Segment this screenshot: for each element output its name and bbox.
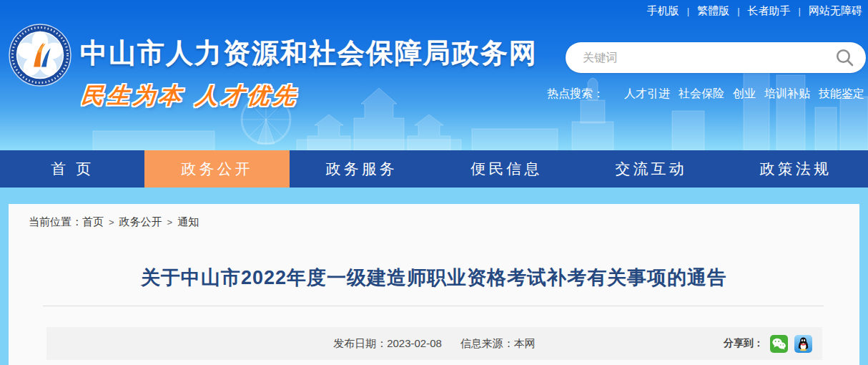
share-label: 分享到：	[724, 337, 764, 350]
hot-search-term[interactable]: 培训补贴	[764, 87, 810, 102]
breadcrumb-separator: >	[109, 217, 114, 228]
search-icon	[835, 48, 854, 67]
search-input[interactable]	[583, 52, 835, 64]
source-label: 信息来源：	[460, 337, 514, 349]
nav-item-interaction[interactable]: 交流互动	[578, 150, 723, 188]
hot-search-label: 热点搜索：	[547, 87, 604, 102]
breadcrumb: 当前位置：首页>政务公开>通知	[9, 204, 859, 229]
nav-item-home[interactable]: 首 页	[0, 150, 144, 188]
qq-icon[interactable]	[794, 335, 812, 353]
article-meta: 发布日期：2023-02-08信息来源：本网	[46, 337, 822, 351]
page-title: 关于中山市2022年度一级建造师职业资格考试补考有关事项的通告	[30, 265, 838, 291]
article-meta-bar: 发布日期：2023-02-08信息来源：本网 分享到：	[46, 327, 822, 360]
link-separator: |	[799, 6, 801, 16]
top-link-traditional[interactable]: 繁體版	[697, 4, 729, 18]
hot-search-term[interactable]: 技能鉴定	[819, 87, 864, 102]
hot-search-term[interactable]: 人才引进	[624, 87, 670, 102]
nav-item-gov-disclosure[interactable]: 政务公开	[144, 150, 289, 188]
top-link-mobile[interactable]: 手机版	[647, 4, 679, 18]
site-slogan: 民生为本 人才优先	[80, 81, 300, 111]
nav-item-gov-services[interactable]: 政务服务	[290, 150, 434, 188]
publish-date-value: 2023-02-08	[387, 337, 442, 349]
nav-item-public-info[interactable]: 便民信息	[434, 150, 578, 188]
breadcrumb-label: 当前位置：	[29, 215, 82, 228]
wechat-icon[interactable]	[770, 335, 788, 353]
breadcrumb-current: 通知	[177, 215, 199, 228]
hot-search-term[interactable]: 创业	[733, 87, 756, 102]
breadcrumb-gov-disclosure[interactable]: 政务公开	[119, 215, 162, 228]
share-block: 分享到：	[724, 335, 822, 353]
breadcrumb-home[interactable]: 首页	[82, 215, 104, 228]
link-separator: |	[737, 6, 739, 16]
hot-search-row: 热点搜索： 人才引进 社会保险 创业 培训补贴 技能鉴定	[566, 87, 866, 102]
top-utility-links: 手机版 | 繁體版 | 长者助手 | 网站无障碍	[647, 4, 862, 18]
top-link-elder-helper[interactable]: 长者助手	[748, 4, 791, 18]
page: 手机版 | 繁體版 | 长者助手 | 网站无障碍	[0, 0, 868, 365]
main-nav: 首 页 政务公开 政务服务 便民信息 交流互动 政策法规	[0, 150, 868, 188]
site-header: 手机版 | 繁體版 | 长者助手 | 网站无障碍	[0, 0, 868, 150]
top-link-accessibility[interactable]: 网站无障碍	[809, 4, 862, 18]
source-value: 本网	[514, 337, 536, 349]
breadcrumb-separator: >	[167, 217, 173, 228]
nav-item-policies[interactable]: 政策法规	[724, 150, 868, 188]
search-button[interactable]	[835, 48, 854, 67]
content-panel: 当前位置：首页>政务公开>通知 关于中山市2022年度一级建造师职业资格考试补考…	[9, 204, 859, 365]
link-separator: |	[687, 6, 689, 16]
hot-search-term[interactable]: 社会保险	[679, 87, 724, 102]
search-box[interactable]	[566, 42, 866, 73]
brand-block: 中山市人力资源和社会保障局政务网	[9, 24, 538, 87]
publish-date-label: 发布日期：	[333, 337, 387, 349]
title-divider	[43, 306, 824, 306]
site-logo-icon	[9, 24, 71, 87]
site-title: 中山市人力资源和社会保障局政务网	[80, 35, 538, 87]
search-area: 热点搜索： 人才引进 社会保险 创业 培训补贴 技能鉴定	[566, 42, 866, 102]
